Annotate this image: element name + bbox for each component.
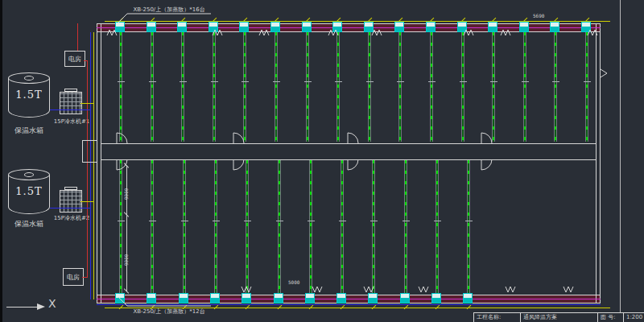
power-room-top-label: 电房 <box>65 52 85 68</box>
duct-line <box>246 160 249 294</box>
red-wire-riser <box>87 60 88 278</box>
fan-unit <box>305 293 315 303</box>
fan-unit <box>239 22 249 32</box>
yellow-pipe <box>80 201 94 202</box>
door-arc <box>481 159 492 170</box>
sheet-number-value: 1:200 50 <box>623 313 644 322</box>
fan-unit <box>210 293 220 303</box>
fan-unit <box>463 293 473 303</box>
duct-line <box>430 32 433 142</box>
blue-pipe-riser <box>90 32 91 299</box>
corridor-wall-upper <box>101 143 596 144</box>
tank-capacity: 1.5T <box>8 89 50 101</box>
blue-pipe-bottom <box>97 304 601 305</box>
water-tank-bottom: 1.5T <box>8 169 50 217</box>
duct-line <box>492 32 495 142</box>
tank-cap <box>24 76 34 80</box>
duct-line <box>554 32 557 142</box>
duct-line <box>119 160 122 294</box>
fan-unit <box>336 293 346 303</box>
fan-unit <box>208 22 218 32</box>
duct-line <box>436 160 439 294</box>
duct-line <box>278 160 281 294</box>
red-wire-stub <box>84 60 88 61</box>
wall-break-icon <box>419 287 428 292</box>
left-wall <box>97 23 101 303</box>
duct-line <box>467 160 470 294</box>
door-arc <box>348 133 358 143</box>
fan-unit <box>179 293 188 303</box>
top-row-annotation: XB-250/上（加蒸散）*16台 <box>121 6 217 14</box>
wall-break-icon <box>312 287 322 292</box>
yellow-pipe <box>80 103 94 104</box>
duct-line <box>213 32 216 142</box>
duct-line <box>214 160 217 294</box>
fan-unit <box>457 22 467 32</box>
wall-break-icon <box>601 69 607 77</box>
duct-line <box>243 32 246 142</box>
duct-line <box>461 32 464 142</box>
corridor-wall-lower <box>101 159 596 160</box>
fan-unit <box>581 22 591 32</box>
fan-unit <box>115 293 125 303</box>
fan-unit <box>426 22 436 32</box>
fan-unit <box>115 22 125 32</box>
duct-line <box>585 32 588 142</box>
tank-capacity: 1.5T <box>8 185 50 197</box>
fan-unit <box>400 293 410 303</box>
canvas-edge <box>0 0 2 322</box>
fan-unit <box>332 22 342 32</box>
bottom-row-annotation: XB-250/上（加蒸散）*12台 <box>121 308 217 316</box>
tank-top-label: 保温水箱 <box>5 126 53 136</box>
duct-line <box>183 160 186 294</box>
duct-line <box>404 160 407 294</box>
duct-line <box>275 32 278 142</box>
fan-unit <box>177 22 187 32</box>
blue-pipe <box>50 109 91 110</box>
door-arc <box>233 159 244 170</box>
door-arc <box>481 133 492 143</box>
duct-line <box>181 32 184 142</box>
duct-line <box>309 160 312 294</box>
fan-unit <box>431 293 441 303</box>
duct-line <box>336 32 340 142</box>
fan-unit <box>302 22 312 32</box>
fan-unit <box>368 293 378 303</box>
duct-line <box>368 32 371 142</box>
fan-unit <box>550 22 559 32</box>
blue-pipe <box>50 208 91 208</box>
yellow-pipe-riser <box>93 32 94 299</box>
duct-line <box>523 32 526 142</box>
red-wire <box>77 23 78 51</box>
duct-line <box>151 32 154 142</box>
wall-break-icon <box>506 287 515 292</box>
power-room-bottom-label: 电房 <box>64 270 83 286</box>
red-wire-stub <box>82 277 88 278</box>
vertical-dimension-upper: 9000 <box>123 188 129 200</box>
right-wall <box>596 23 601 303</box>
fan-unit <box>147 22 156 32</box>
chiller-top <box>60 92 82 114</box>
project-name-value: 通风降温方案 <box>520 313 597 322</box>
power-room-top: 电房 <box>64 51 85 67</box>
duct-line <box>398 32 402 142</box>
magenta-pipe-bottom <box>97 299 601 299</box>
title-block: 工程名称: 通风降温方案 图 号: 1:200 50 <box>473 312 644 322</box>
x-axis-arrow-icon <box>37 303 45 310</box>
fan-unit <box>147 293 156 303</box>
entrance-vestibule <box>82 140 97 163</box>
fan-unit <box>394 22 404 32</box>
door-arc <box>348 159 358 170</box>
sheet-border <box>620 0 621 312</box>
fan-unit <box>274 293 283 303</box>
fan-unit <box>364 22 374 32</box>
cad-drawing-area[interactable]: 电房 1.5T 保温水箱 15P冷水机#1 1.5T 保温水箱 15P冷水机#2… <box>0 0 644 322</box>
dimension-text-top: 5690 <box>533 13 544 19</box>
duct-line <box>151 160 154 294</box>
duct-line <box>372 160 375 294</box>
x-axis-label: X <box>48 297 56 310</box>
chiller-bottom <box>60 190 82 213</box>
sheet-number-label: 图 号: <box>597 313 623 322</box>
duct-line <box>306 32 309 142</box>
x-axis-line <box>6 307 39 308</box>
